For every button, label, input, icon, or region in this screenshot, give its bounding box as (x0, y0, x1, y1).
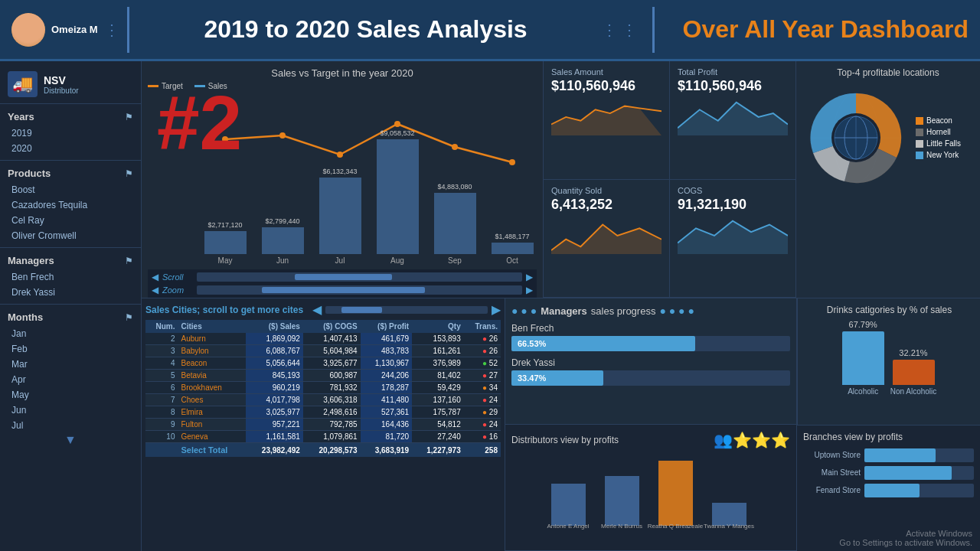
svg-text:Jun: Jun (276, 256, 289, 265)
sidebar-item-boost[interactable]: Boost (0, 182, 141, 197)
non-alcoholic-pct: 32.21% (899, 348, 927, 357)
big-number: #2 (157, 84, 242, 161)
years-title: Years (8, 111, 34, 122)
people-icon: 👥⭐⭐⭐ (714, 431, 790, 449)
legend-newyork-label: New York (926, 151, 959, 159)
cell-num: 7 (145, 394, 178, 406)
sidebar-item-celray[interactable]: Cel Ray (0, 213, 141, 228)
non-alcoholic-bar (893, 360, 935, 385)
cell-profit: 81,720 (361, 431, 413, 443)
sidebar-item-mar[interactable]: Mar (0, 357, 141, 372)
sidebar-item-jul[interactable]: Jul (0, 418, 141, 433)
donut-container: Beacon Hornell Little Falls New Yor (802, 84, 974, 191)
sidebar-item-2019[interactable]: 2019 (0, 126, 141, 141)
svg-rect-0 (204, 231, 247, 254)
scroll-right-arrow[interactable]: ▶ (526, 272, 533, 282)
header-subtitle: Over All Year Dashboard (662, 15, 969, 44)
zoom-right-arrow[interactable]: ▶ (526, 285, 533, 295)
activate-line1: Activate Windows (839, 529, 972, 538)
footer-profit: 3,683,919 (361, 443, 413, 458)
sidebar-logo: 🚚 NSV Distributor (0, 65, 141, 104)
months-title: Months (8, 311, 43, 323)
table-scroll-bar[interactable] (325, 306, 488, 314)
branch-row-fenard: Fenard Store (803, 484, 974, 497)
cell-sales: 4,017,798 (246, 394, 303, 406)
chart-panel: Sales vs Target in the year 2020 Target … (142, 61, 544, 298)
svg-rect-34 (605, 476, 639, 526)
scroll-left-arrow[interactable]: ◀ (152, 272, 158, 282)
qty-mini-chart (551, 213, 662, 255)
sidebar-item-feb[interactable]: Feb (0, 341, 141, 357)
cell-city: Beacon (178, 357, 246, 370)
branch-label-mainstreet: Main Street (803, 468, 861, 477)
zoom-bar[interactable] (197, 285, 522, 295)
progress-bar-fill-benfrech: 66.53% (511, 336, 695, 351)
months-filter-icon[interactable]: ⚑ (125, 312, 133, 323)
sidebar-item-drekyassi[interactable]: Drek Yassi (0, 285, 141, 300)
cell-trans: ● 26 (464, 345, 501, 357)
managers-filter-icon[interactable]: ⚑ (125, 256, 133, 266)
cell-qty: 54,812 (412, 419, 464, 431)
chart-title: Sales vs Target in the year 2020 (148, 67, 537, 79)
zoom-left-arrow[interactable]: ◀ (152, 285, 158, 295)
cell-profit: 244,206 (361, 370, 413, 382)
legend-beacon-box (916, 117, 923, 125)
svg-text:Reatha Q Breazeale: Reatha Q Breazeale (648, 523, 704, 530)
footer-label: Select Total (178, 443, 246, 458)
years-filter-icon[interactable]: ⚑ (125, 112, 133, 122)
qty-sold-chart (551, 213, 662, 259)
legend-beacon: Beacon (916, 116, 961, 125)
sidebar-item-jan[interactable]: Jan (0, 326, 141, 341)
sidebar-item-cazadores[interactable]: Cazadores Tequila (0, 197, 141, 213)
sidebar-item-2020[interactable]: 2020 (0, 141, 141, 156)
table-scroll-right-arrow[interactable]: ▶ (492, 302, 501, 317)
footer-sales: 23,982,492 (246, 443, 303, 458)
bottom-row: Sales Cities; scroll to get more cites ◀… (142, 298, 980, 551)
svg-rect-4 (434, 193, 476, 254)
cell-sales: 6,088,767 (246, 345, 303, 357)
stat-total-profit: Total Profit $110,560,946 (670, 61, 795, 179)
header-divider-left (127, 7, 129, 53)
svg-text:Sep: Sep (448, 256, 462, 265)
months-list[interactable]: Jan Feb Mar Apr May Jun Jul (0, 326, 141, 433)
sidebar-item-oliver[interactable]: Oliver Cromwell (0, 228, 141, 243)
table-row: 2 Auburn 1,869,092 1,407,413 461,679 153… (145, 333, 501, 345)
svg-rect-33 (551, 484, 586, 526)
sidebar-item-may[interactable]: May (0, 387, 141, 403)
activate-windows: Activate Windows Go to Settings to activ… (839, 529, 972, 547)
cell-city: Geneva (178, 431, 246, 443)
logo-text: NSV (44, 74, 79, 86)
cell-cogs: 600,987 (303, 370, 361, 382)
qty-sold-label: Quantity Sold (551, 186, 662, 195)
scroll-thumb[interactable] (295, 274, 393, 280)
svg-point-9 (394, 121, 400, 127)
sidebar-item-jun[interactable]: Jun (0, 403, 141, 418)
cell-sales: 5,056,644 (246, 357, 303, 370)
branches-title: Branches view by profits (803, 432, 974, 442)
logo-info: NSV Distributor (44, 74, 79, 95)
distributors-title: Distributors view by profits (511, 435, 619, 445)
scroll-bar[interactable] (197, 272, 522, 282)
cell-num: 10 (145, 431, 178, 443)
table-scroll-thumb[interactable] (341, 307, 382, 313)
svg-text:$1,488,177: $1,488,177 (495, 233, 529, 240)
legend-beacon-label: Beacon (926, 116, 952, 125)
cell-cogs: 2,498,616 (303, 406, 361, 419)
sidebar-item-benfrech[interactable]: Ben Frech (0, 269, 141, 285)
cell-num: 2 (145, 333, 178, 345)
truck-icon: 🚚 (8, 71, 38, 97)
products-filter-icon[interactable]: ⚑ (125, 168, 133, 179)
sidebar-item-apr[interactable]: Apr (0, 372, 141, 387)
zoom-thumb[interactable] (262, 287, 425, 293)
branch-bar-fill-fenard (864, 484, 920, 497)
table-panel: Sales Cities; scroll to get more cites ◀… (142, 298, 505, 551)
months-scroll-down-icon[interactable]: ▼ (0, 433, 141, 447)
table-row: 4 Beacon 5,056,644 3,925,677 1,130,967 3… (145, 357, 501, 370)
svg-text:$6,132,343: $6,132,343 (322, 168, 357, 175)
cell-trans: ● 26 (464, 333, 501, 345)
stat-sales-amount: Sales Amount $110,560,946 (544, 61, 669, 179)
cogs-chart (678, 213, 788, 259)
table-scroll-left-arrow[interactable]: ◀ (312, 302, 322, 317)
cell-profit: 164,436 (361, 419, 413, 431)
table-row: 9 Fulton 957,221 792,785 164,436 54,812 … (145, 419, 501, 431)
